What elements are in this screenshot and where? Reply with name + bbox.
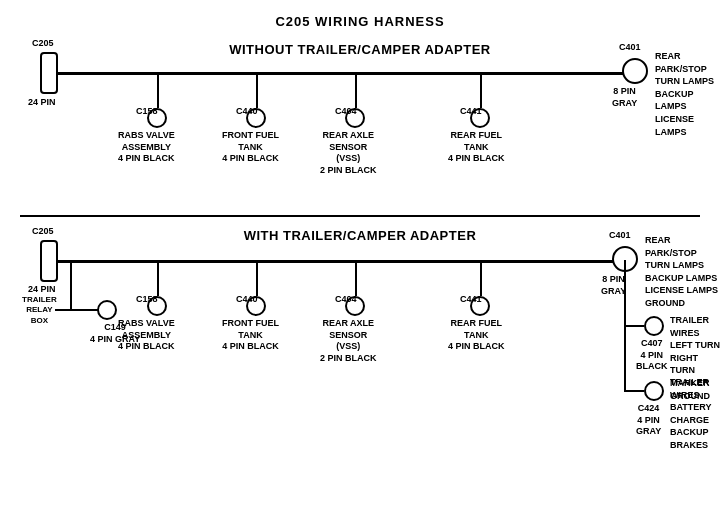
c440-sub-1: FRONT FUELTANK4 PIN BLACK [222, 130, 279, 165]
c440-label-1: C440 [236, 106, 258, 118]
c149-connector [97, 300, 117, 320]
c424-connector [644, 381, 664, 401]
c440-label-2: C440 [236, 294, 258, 306]
c441-label-2: C441 [460, 294, 482, 306]
c404-drop-1 [355, 72, 357, 108]
c407-connector [644, 316, 664, 336]
c149-label: C1494 PIN GRAY [90, 322, 140, 345]
c404-sub-2: REAR AXLESENSOR(VSS)2 PIN BLACK [320, 318, 377, 365]
c205-sub-1: 24 PIN [28, 97, 56, 109]
c158-drop-2 [157, 260, 159, 296]
right-branch-vline [624, 260, 626, 350]
c205-label-1: C205 [32, 38, 54, 50]
c401-label-1: C401 [619, 42, 641, 54]
c401-right-label-1: REAR PARK/STOPTURN LAMPSBACKUP LAMPSLICE… [655, 50, 720, 138]
c441-drop-2 [480, 260, 482, 296]
c158-label-2: C158 [136, 294, 158, 306]
relay-drop [70, 260, 72, 310]
c441-label-1: C441 [460, 106, 482, 118]
section2-label: WITH TRAILER/CAMPER ADAPTER [140, 228, 580, 243]
c401-connector-1 [622, 58, 648, 84]
c158-sub-1: RABS VALVEASSEMBLY4 PIN BLACK [118, 130, 175, 165]
c158-label-1: C158 [136, 106, 158, 118]
c440-sub-2: FRONT FUELTANK4 PIN BLACK [222, 318, 279, 353]
c440-drop-2 [256, 260, 258, 296]
c158-drop-1 [157, 72, 159, 108]
section1-label: WITHOUT TRAILER/CAMPER ADAPTER [140, 42, 580, 57]
c407-label: C4074 PINBLACK [636, 338, 668, 373]
c404-drop-2 [355, 260, 357, 296]
c401-right-label-2: REAR PARK/STOPTURN LAMPSBACKUP LAMPSLICE… [645, 234, 720, 310]
c401-label-2: C401 [609, 230, 631, 242]
main-line-2 [55, 260, 630, 263]
c441-drop-1 [480, 72, 482, 108]
main-line-1 [55, 72, 645, 75]
c404-label-1: C404 [335, 106, 357, 118]
c404-label-2: C404 [335, 294, 357, 306]
c407-hline [624, 325, 644, 327]
c205-connector-2 [40, 240, 58, 282]
divider-line [20, 215, 700, 217]
c205-sub-2: 24 PIN [28, 284, 56, 296]
right-branch-vline-2 [624, 349, 626, 391]
c205-connector-1 [40, 52, 58, 94]
c441-sub-2: REAR FUELTANK4 PIN BLACK [448, 318, 505, 353]
c401-sub-2: 8 PINGRAY [601, 274, 626, 297]
c424-right-label: TRAILER WIRESBATTERY CHARGEBACKUPBRAKES [670, 376, 720, 452]
c424-hline [624, 390, 644, 392]
trailer-relay-label: TRAILERRELAYBOX [22, 295, 57, 326]
c404-sub-1: REAR AXLESENSOR(VSS)2 PIN BLACK [320, 130, 377, 177]
c205-label-2: C205 [32, 226, 54, 238]
page-title: C205 WIRING HARNESS [0, 6, 720, 29]
c440-drop-1 [256, 72, 258, 108]
c441-sub-1: REAR FUELTANK4 PIN BLACK [448, 130, 505, 165]
c401-sub-1: 8 PINGRAY [612, 86, 637, 109]
diagram-area: C205 WIRING HARNESS WITHOUT TRAILER/CAMP… [0, 0, 720, 500]
c424-label: C4244 PINGRAY [636, 403, 661, 438]
